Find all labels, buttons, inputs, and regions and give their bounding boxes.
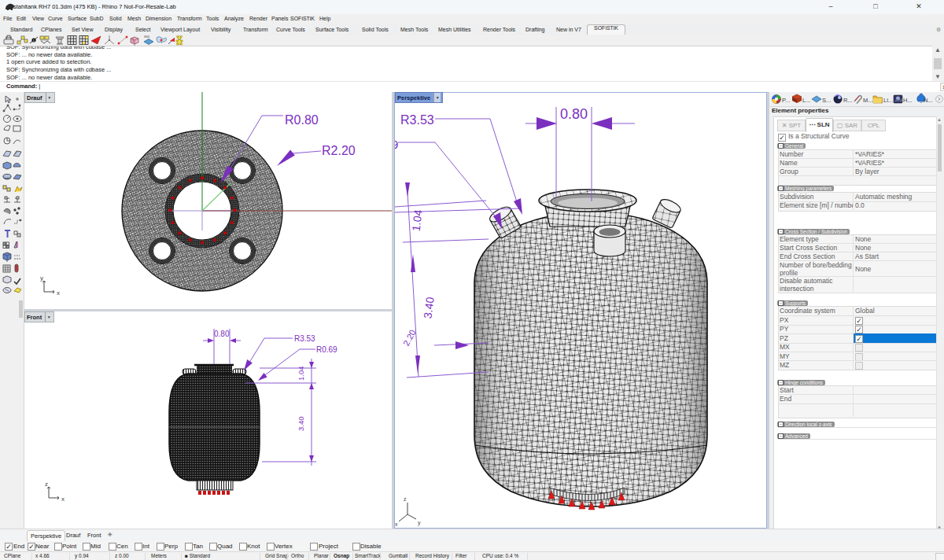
svg-text:M...: M...: [863, 97, 873, 104]
svg-text:z: z: [404, 496, 407, 502]
svg-text:9: 9: [395, 138, 398, 151]
svg-text:x: x: [57, 289, 60, 297]
svg-text:0.80: 0.80: [560, 106, 588, 122]
svg-text:z: z: [45, 481, 48, 488]
svg-text:x: x: [395, 521, 398, 527]
svg-text:R0.80: R0.80: [285, 113, 319, 127]
svg-text:y: y: [418, 520, 421, 526]
svg-text:0.80: 0.80: [214, 330, 230, 338]
svg-text:R3.53: R3.53: [294, 334, 315, 343]
svg-text:1.04: 1.04: [297, 367, 305, 381]
svg-text:N...: N...: [924, 97, 933, 104]
svg-text:R...: R...: [843, 97, 853, 104]
svg-text:y: y: [40, 274, 43, 282]
svg-text:S...: S...: [822, 97, 831, 104]
svg-text:SSD: SSD: [144, 35, 150, 39]
svg-text:3.40: 3.40: [297, 417, 305, 432]
svg-text:P...: P...: [782, 97, 790, 104]
svg-text:2.20: 2.20: [401, 328, 418, 348]
svg-text:x: x: [61, 496, 65, 503]
svg-text:Li...: Li...: [883, 97, 893, 104]
svg-text:R0.69: R0.69: [316, 345, 337, 354]
svg-text:1.04: 1.04: [409, 209, 424, 232]
svg-text:R3.53: R3.53: [400, 113, 434, 127]
svg-text:R2.20: R2.20: [322, 144, 356, 157]
svg-text:L...: L...: [802, 97, 810, 104]
svg-text:H...: H...: [903, 97, 913, 104]
svg-text:3.40: 3.40: [421, 297, 436, 319]
